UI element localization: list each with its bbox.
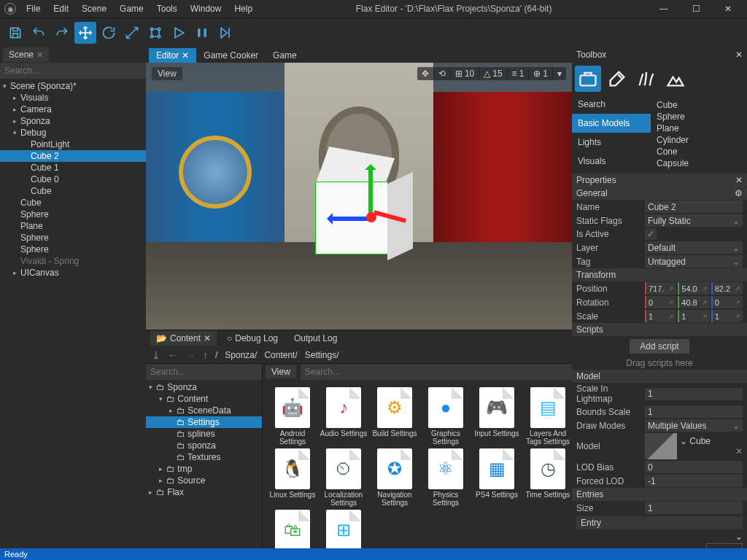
scale-y-field[interactable]: 1	[678, 310, 709, 322]
view-mode-dropdown[interactable]: View	[266, 365, 296, 378]
redo-icon[interactable]	[51, 22, 73, 44]
toolbox-shape[interactable]: Cylinder	[657, 134, 741, 146]
toolbox-terrain-icon[interactable]	[662, 66, 689, 92]
material-slot[interactable]: No asset selected	[706, 543, 743, 548]
menu-file[interactable]: File	[20, 1, 46, 16]
file-item[interactable]: ♪Audio Settings	[320, 387, 368, 446]
menu-game[interactable]: Game	[114, 1, 150, 16]
scale-x-field[interactable]: 1	[645, 310, 676, 322]
nav-back-icon[interactable]: ←	[168, 349, 178, 361]
rot-x-field[interactable]: 0	[645, 296, 676, 308]
close-icon[interactable]: ✕	[182, 50, 189, 61]
is-active-checkbox[interactable]: ✓	[645, 228, 657, 240]
tab-output-log[interactable]: Output Log	[288, 331, 343, 346]
toolbox-foliage-icon[interactable]	[633, 66, 659, 92]
model-thumbnail[interactable]	[645, 433, 677, 459]
gizmo-y-axis[interactable]	[368, 167, 373, 218]
tree-row[interactable]: ▾🗀 Content	[146, 393, 262, 405]
file-item[interactable]: ◷Time Settings	[524, 448, 572, 507]
layer-dropdown[interactable]: Default	[645, 241, 743, 254]
snap-icon[interactable]	[144, 22, 166, 44]
viewport[interactable]: View ✥ ⟲ ⊞ 10 △ 15 ≡ 1 ⊕ 1 ▾	[146, 63, 572, 330]
file-item[interactable]: 🎮Input Settings	[473, 387, 521, 446]
scene-tree[interactable]: ▾Scene (Sponza)*▸Visuals▸Camera▸Sponza▾D…	[0, 79, 146, 548]
tag-dropdown[interactable]: Untagged	[645, 255, 743, 268]
tree-row[interactable]: Plane	[0, 220, 146, 232]
toolbox-primitives-icon[interactable]	[575, 66, 601, 92]
tree-row[interactable]: Vivaldi - Spring	[0, 255, 146, 267]
name-field[interactable]: Cube 2	[645, 201, 743, 213]
file-item[interactable]: ✪Navigation Settings	[371, 448, 419, 507]
file-item[interactable]: ⚛Physics Settings	[422, 448, 470, 507]
toolbox-paint-icon[interactable]	[604, 66, 630, 92]
breadcrumb-item[interactable]: Settings/	[305, 350, 339, 360]
entry-expand-icon[interactable]: ⌄	[735, 532, 743, 542]
scale-lightmap-field[interactable]: 1	[645, 388, 743, 400]
breadcrumb-item[interactable]: Sponza/	[225, 350, 257, 360]
tree-row[interactable]: ▸Visuals	[0, 92, 146, 104]
static-flags-dropdown[interactable]: Fully Static	[645, 214, 743, 227]
tree-row[interactable]: PointLight	[0, 139, 146, 150]
file-item[interactable]: ▦PS4 Settings	[473, 448, 521, 507]
stat-tris[interactable]: △ 15	[479, 67, 506, 80]
menu-window[interactable]: Window	[185, 1, 228, 16]
toolbox-shape[interactable]: Cube	[657, 99, 741, 111]
tree-row[interactable]: ▾🗀 Sponza	[146, 381, 262, 393]
tree-row[interactable]: Sphere	[0, 232, 146, 244]
menu-edit[interactable]: Edit	[47, 1, 74, 16]
close-button[interactable]: ✕	[713, 0, 743, 18]
tree-row[interactable]: ▸UICanvas	[0, 267, 146, 279]
move-tool-icon[interactable]	[74, 22, 96, 44]
tree-row[interactable]: ▸Camera	[0, 104, 146, 115]
tree-row[interactable]: ▾Debug	[0, 127, 146, 139]
save-icon[interactable]	[4, 22, 26, 44]
minimize-button[interactable]: —	[649, 0, 678, 18]
menu-tools[interactable]: Tools	[151, 1, 183, 16]
tree-row[interactable]: Cube	[0, 197, 146, 209]
file-item[interactable]: 🐧Linux Settings	[268, 448, 317, 507]
view-dropdown[interactable]: View	[152, 67, 182, 80]
toolbox-shape[interactable]: Capsule	[657, 158, 741, 169]
selected-cube[interactable]	[286, 138, 432, 284]
tree-row[interactable]: ▸🗀 SceneData	[146, 405, 262, 416]
content-tree-search[interactable]	[146, 364, 262, 380]
toolbox-cat[interactable]: Visuals	[572, 152, 651, 171]
close-icon[interactable]: ✕	[735, 50, 743, 60]
tree-row[interactable]: ▸🗀 Flax	[146, 486, 262, 498]
file-item[interactable]: ▤Layers And Tags Settings	[524, 387, 572, 446]
tab-debug-log[interactable]: ○ Debug Log	[221, 331, 284, 346]
close-icon[interactable]: ✕	[36, 50, 43, 60]
toolbox-shape[interactable]: Cone	[657, 146, 741, 158]
nav-fwd-icon[interactable]: →	[185, 349, 196, 361]
menu-help[interactable]: Help	[228, 1, 258, 16]
stat-grid[interactable]: ⊞ 10	[450, 67, 479, 80]
tab-game[interactable]: Game	[266, 48, 304, 63]
close-icon[interactable]: ✕	[735, 175, 743, 185]
toolbox-cat[interactable]: Search	[572, 95, 651, 114]
gizmo-origin[interactable]	[366, 212, 376, 222]
tree-row[interactable]: Cube	[0, 185, 146, 197]
tree-row[interactable]: ▸Sponza	[0, 115, 146, 127]
rot-z-field[interactable]: 0	[711, 296, 743, 308]
file-item[interactable]: ⚙Build Settings	[371, 387, 419, 446]
tree-row[interactable]: Sphere	[0, 209, 146, 220]
tree-row[interactable]: ▸🗀 tmp	[146, 463, 262, 475]
tree-row[interactable]: 🗀 splines	[146, 428, 262, 440]
toolbox-cat[interactable]: Lights	[572, 133, 651, 152]
draw-modes-dropdown[interactable]: Multiple Values	[645, 419, 743, 432]
menu-scene[interactable]: Scene	[76, 1, 112, 16]
tree-row[interactable]: 🗀 Textures	[146, 451, 262, 463]
file-grid[interactable]: 🤖Android Settings♪Audio Settings⚙Build S…	[263, 380, 572, 548]
pos-z-field[interactable]: 82.2	[711, 282, 743, 295]
forced-lod-field[interactable]: -1	[645, 475, 743, 487]
file-item[interactable]: ⏲Localization Settings	[320, 448, 368, 507]
file-item[interactable]: 🛍UWP Settings	[268, 510, 317, 548]
tree-row[interactable]: ▸🗀 Source	[146, 475, 262, 486]
file-item[interactable]: ●Graphics Settings	[422, 387, 470, 446]
import-icon[interactable]: ⤓	[152, 349, 160, 361]
breadcrumb-item[interactable]: Content/	[264, 350, 297, 360]
toolbox-shape[interactable]: Plane	[657, 122, 741, 134]
content-tree[interactable]: ▾🗀 Sponza▾🗀 Content▸🗀 SceneData🗀 Setting…	[146, 380, 262, 548]
stat-batches[interactable]: ≡ 1	[507, 67, 529, 80]
toolbox-cat[interactable]: Basic Models	[572, 114, 651, 133]
